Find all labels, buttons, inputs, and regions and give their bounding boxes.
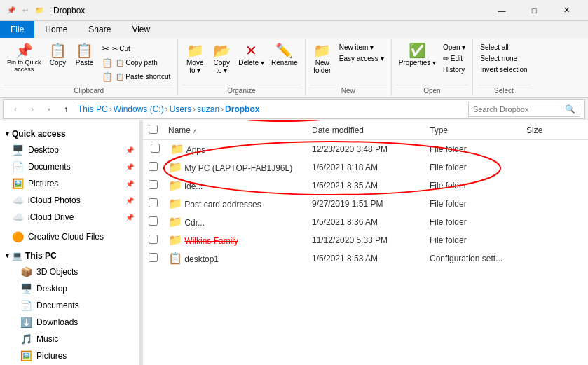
path-this-pc[interactable]: This PC (78, 104, 108, 114)
file-name-2: 📁 lde... (168, 179, 306, 192)
file-name-0: 📁 Apps (170, 142, 306, 156)
header-checkbox[interactable] (149, 125, 163, 136)
folder-icon: 📁 (34, 5, 45, 16)
forward-button[interactable]: › (25, 102, 40, 117)
close-button[interactable]: ✕ (550, 0, 582, 21)
nav-buttons: ‹ › ▾ ↑ (8, 102, 74, 117)
new-small-btns: New item ▾ Easy access ▾ (336, 42, 387, 64)
sidebar-item-desktop2[interactable]: 🖥️ Desktop (0, 280, 139, 297)
new-item-button[interactable]: New item ▾ (336, 42, 387, 53)
select-label: Select (477, 85, 530, 96)
back-button[interactable]: ‹ (8, 102, 23, 117)
row-checkbox-0[interactable] (151, 144, 165, 155)
recent-locations-button[interactable]: ▾ (41, 102, 57, 117)
properties-button[interactable]: ✅ Properties ▾ (396, 42, 439, 68)
sidebar-item-desktop[interactable]: 🖥️ Desktop 📌 (0, 142, 139, 158)
select-all-button[interactable]: Select all (477, 42, 530, 53)
open-button[interactable]: Open ▾ (440, 42, 468, 53)
table-row[interactable]: 📁 lde... 1/5/2021 8:35 AM File folder (143, 177, 588, 195)
file-name-5: 📁 Wilkins Family (168, 233, 306, 247)
organize-content: 📁 Moveto ▾ 📂 Copyto ▾ ✕ Delete ▾ ✏️ Rena… (182, 41, 301, 83)
quick-access-header[interactable]: ▾ Quick access (0, 126, 139, 142)
file-type-6: Configuration sett... (430, 254, 521, 263)
tab-share[interactable]: Share (78, 21, 121, 38)
row-checkbox-4[interactable] (149, 216, 163, 228)
file-list-header: Name ∧ Date modified Type Size (143, 120, 588, 140)
sidebar-item-pictures2[interactable]: 🖼️ Pictures (0, 347, 139, 364)
organize-label: Organize (182, 85, 301, 96)
rename-icon: ✏️ (275, 43, 293, 57)
pin-indicator5: 📌 (125, 214, 134, 221)
new-folder-button[interactable]: 📁 Newfolder (310, 42, 335, 76)
folder-icon-3: 📁 (168, 198, 182, 209)
select-none-button[interactable]: Select none (477, 53, 530, 64)
path-windows[interactable]: Windows (C:) (114, 104, 164, 114)
music-icon: 🎵 (20, 333, 32, 345)
undo-icon[interactable]: ↩ (20, 5, 31, 16)
copy-to-button[interactable]: 📂 Copyto ▾ (209, 42, 234, 76)
table-row[interactable]: 📁 Cdr... 1/5/2021 8:36 AM File folder (143, 213, 588, 231)
sidebar-item-downloads[interactable]: ⬇️ Downloads (0, 314, 139, 331)
path-dropbox[interactable]: Dropbox (225, 104, 259, 114)
paste-button[interactable]: 📋 Paste (72, 42, 97, 68)
file-type-4: File folder (430, 217, 521, 227)
delete-button[interactable]: ✕ Delete ▾ (235, 42, 267, 68)
invert-selection-button[interactable]: Invert selection (477, 64, 530, 75)
move-to-button[interactable]: 📁 Moveto ▾ (182, 42, 207, 76)
tab-view[interactable]: View (121, 21, 160, 38)
search-input[interactable] (473, 105, 565, 113)
row-checkbox-3[interactable] (149, 198, 163, 209)
pin-indicator: 📌 (125, 146, 134, 154)
copy-path-button[interactable]: 📋 📋 Copy path (99, 56, 174, 69)
edit-button[interactable]: ✏ Edit (440, 53, 468, 64)
pin-to-quick-access-button[interactable]: 📌 Pin to Quickaccess (4, 42, 44, 74)
minimize-button[interactable]: — (486, 0, 518, 21)
folder-icon-2: 📁 (168, 179, 182, 191)
table-row[interactable]: 📁 Wilkins Family 11/12/2020 5:33 PM File… (143, 231, 588, 249)
file-area-wrapper: Name ∧ Date modified Type Size 📁 Apps 12… (143, 120, 588, 365)
tab-home[interactable]: Home (34, 21, 78, 38)
tab-file[interactable]: File (0, 21, 34, 38)
select-all-checkbox[interactable] (149, 125, 158, 134)
rename-button[interactable]: ✏️ Rename (268, 42, 301, 68)
sidebar-item-icloud-photos[interactable]: ☁️ iCloud Photos 📌 (0, 192, 139, 209)
copy-icon: 📋 (49, 43, 67, 57)
maximize-button[interactable]: □ (518, 0, 550, 21)
sidebar-item-creative-cloud[interactable]: 🟠 Creative Cloud Files (0, 228, 139, 245)
file-name-3: 📁 Post card addresses (168, 197, 306, 210)
sidebar-item-documents2[interactable]: 📄 Documents (0, 297, 139, 314)
row-checkbox-2[interactable] (149, 180, 163, 191)
sidebar-item-pictures[interactable]: 🖼️ Pictures 📌 (0, 175, 139, 192)
paste-shortcut-button[interactable]: 📋 📋 Paste shortcut (99, 70, 174, 83)
sidebar-item-icloud-drive[interactable]: ☁️ iCloud Drive 📌 (0, 209, 139, 226)
easy-access-button[interactable]: Easy access ▾ (336, 53, 387, 64)
up-button[interactable]: ↑ (58, 102, 74, 117)
pin-icon: 📌 (15, 43, 33, 57)
sidebar-item-3d-objects[interactable]: 📦 3D Objects (0, 263, 139, 280)
select-small-btns: Select all Select none Invert selection (477, 42, 530, 75)
sidebar-item-documents[interactable]: 📄 Documents 📌 (0, 158, 139, 175)
header-size[interactable]: Size (526, 125, 582, 135)
header-name[interactable]: Name ∧ (168, 125, 306, 135)
header-date[interactable]: Date modified (312, 125, 424, 135)
table-row[interactable]: 📋 desktop1 1/5/2021 8:53 AM Configuratio… (143, 249, 588, 268)
downloads-icon: ⬇️ (20, 317, 32, 328)
ribbon-tabs: File Home Share View (0, 21, 588, 38)
path-suzan[interactable]: suzan (197, 104, 219, 114)
sidebar-item-music[interactable]: 🎵 Music (0, 331, 139, 347)
header-type[interactable]: Type (430, 125, 521, 135)
table-row[interactable]: 📁 My PC (LAPTOP-FAB1J96L) 1/6/2021 8:18 … (143, 158, 588, 177)
this-pc-header[interactable]: ▾ 💻 This PC (0, 248, 139, 263)
history-button[interactable]: History (440, 64, 468, 75)
cut-button[interactable]: ✂ ✂ Cut (99, 42, 174, 55)
table-row[interactable]: 📁 Post card addresses 9/27/2019 1:51 PM … (143, 195, 588, 213)
row-checkbox-5[interactable] (149, 235, 163, 246)
file-date-5: 11/12/2020 5:33 PM (312, 235, 424, 245)
path-users[interactable]: Users (170, 104, 191, 114)
row-checkbox-6[interactable] (149, 253, 163, 264)
row-checkbox-1[interactable] (149, 162, 163, 173)
folder-icon-1: 📁 (168, 161, 182, 173)
table-row[interactable]: 📁 Apps 12/23/2020 3:48 PM File folder (143, 140, 588, 158)
copy-button[interactable]: 📋 Copy (46, 42, 71, 68)
select-content: Select all Select none Invert selection (477, 41, 530, 83)
